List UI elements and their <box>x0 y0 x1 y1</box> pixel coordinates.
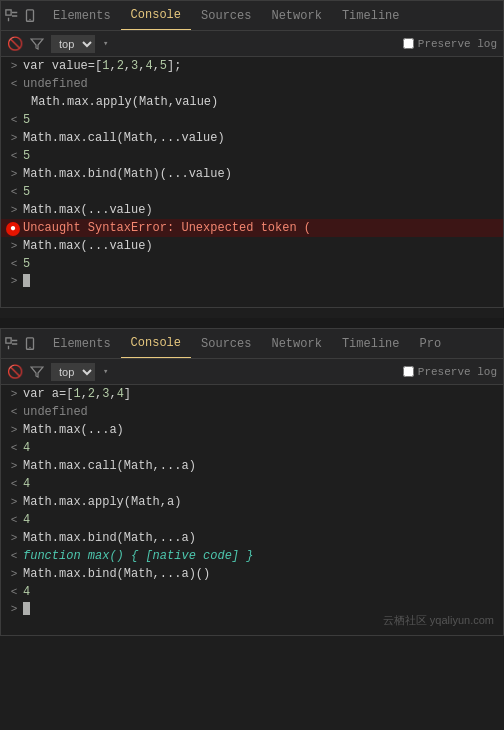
console-line: < undefined <box>1 75 503 93</box>
inspect-icon-2[interactable] <box>5 337 19 351</box>
console-line: > var value=[1,2,3,4,5]; <box>1 57 503 75</box>
watermark: 云栖社区 yqaliyun.com <box>383 613 494 628</box>
devtools-panel-2: Elements Console Sources Network Timelin… <box>0 328 504 636</box>
svg-rect-0 <box>6 9 11 14</box>
line-prefix: < <box>5 476 23 492</box>
line-prefix: > <box>5 386 23 402</box>
line-content: Math.max.apply(Math,a) <box>23 494 503 510</box>
cursor-1 <box>23 274 30 287</box>
line-prefix: > <box>5 603 23 615</box>
console-line: < function max() { [native code] } <box>1 547 503 565</box>
console-line: > Math.max(...a) <box>1 421 503 439</box>
clear-icon[interactable]: 🚫 <box>7 36 23 52</box>
line-prefix: > <box>5 494 23 510</box>
console-line: < 4 <box>1 583 503 601</box>
line-content: Math.max(...a) <box>23 422 503 438</box>
console-line: < 5 <box>1 183 503 201</box>
mobile-icon[interactable] <box>23 9 37 23</box>
line-prefix: < <box>5 548 23 564</box>
filter-icon[interactable] <box>29 36 45 52</box>
console-line: > Math.max.call(Math,...value) <box>1 129 503 147</box>
console-line: > Math.max.bind(Math,...a)() <box>1 565 503 583</box>
line-prefix: > <box>5 275 23 287</box>
line-prefix: < <box>5 112 23 128</box>
line-content: 5 <box>23 256 503 272</box>
console-body-2: > var a=[1,2,3,4] < undefined > Math.max… <box>1 385 503 635</box>
filter-select-2[interactable]: top <box>51 363 95 381</box>
preserve-log-checkbox-1[interactable] <box>403 38 414 49</box>
line-prefix: > <box>5 530 23 546</box>
tab-elements-2[interactable]: Elements <box>43 329 121 359</box>
line-content: 5 <box>23 112 503 128</box>
devtools-panel-1: Elements Console Sources Network Timelin… <box>0 0 504 308</box>
tab-icons-1 <box>5 9 37 23</box>
tab-elements-1[interactable]: Elements <box>43 1 121 31</box>
line-content: Math.max.call(Math,...value) <box>23 130 503 146</box>
line-content: 4 <box>23 512 503 528</box>
svg-rect-3 <box>6 337 11 342</box>
line-content: Math.max(...value) <box>23 238 503 254</box>
line-content: 4 <box>23 584 503 600</box>
line-prefix: < <box>5 148 23 164</box>
preserve-log-checkbox-2[interactable] <box>403 366 414 377</box>
line-prefix: < <box>5 404 23 420</box>
console-line: > Math.max.bind(Math)(...value) <box>1 165 503 183</box>
line-content: 5 <box>23 148 503 164</box>
line-prefix: < <box>5 184 23 200</box>
tab-icons-2 <box>5 337 37 351</box>
line-content: Math.max.bind(Math,...a) <box>23 530 503 546</box>
console-line: < 4 <box>1 511 503 529</box>
tab-bar-2: Elements Console Sources Network Timelin… <box>1 329 503 359</box>
console-line: < undefined <box>1 403 503 421</box>
console-body-1: > var value=[1,2,3,4,5]; < undefined Mat… <box>1 57 503 307</box>
preserve-log-label-2: Preserve log <box>418 366 497 378</box>
line-content: Math.max.apply(Math,value) <box>31 94 503 110</box>
line-content: undefined <box>23 404 503 420</box>
console-line: > Math.max(...value) <box>1 201 503 219</box>
tab-pro-2[interactable]: Pro <box>409 329 451 359</box>
console-line: Math.max.apply(Math,value) <box>1 93 503 111</box>
error-icon-prefix: ● <box>5 220 23 236</box>
line-content: Math.max.bind(Math)(...value) <box>23 166 503 182</box>
console-line: < 5 <box>1 111 503 129</box>
tab-sources-1[interactable]: Sources <box>191 1 261 31</box>
inspect-icon[interactable] <box>5 9 19 23</box>
console-line: > Math.max.call(Math,...a) <box>1 457 503 475</box>
console-line: < 4 <box>1 475 503 493</box>
line-content: 5 <box>23 184 503 200</box>
error-line: ● Uncaught SyntaxError: Unexpected token… <box>1 219 503 237</box>
console-line: < 4 <box>1 439 503 457</box>
tab-console-2[interactable]: Console <box>121 329 191 359</box>
line-prefix: > <box>5 566 23 582</box>
filter-icon-2[interactable] <box>29 364 45 380</box>
filter-select-1[interactable]: top <box>51 35 95 53</box>
line-prefix: < <box>5 584 23 600</box>
console-line: > Math.max.apply(Math,a) <box>1 493 503 511</box>
preserve-log-label-1: Preserve log <box>418 38 497 50</box>
tab-network-1[interactable]: Network <box>261 1 331 31</box>
clear-icon-2[interactable]: 🚫 <box>7 364 23 380</box>
mobile-icon-2[interactable] <box>23 337 37 351</box>
cursor-2 <box>23 602 30 615</box>
toolbar-2: 🚫 top ▾ Preserve log <box>1 359 503 385</box>
error-content: Uncaught SyntaxError: Unexpected token ( <box>23 220 503 236</box>
tab-sources-2[interactable]: Sources <box>191 329 261 359</box>
line-prefix: > <box>5 238 23 254</box>
line-content: Math.max(...value) <box>23 202 503 218</box>
line-prefix: > <box>5 422 23 438</box>
console-line: < 5 <box>1 147 503 165</box>
preserve-log-section-1: Preserve log <box>403 38 497 50</box>
line-content: var value=[1,2,3,4,5]; <box>23 58 503 74</box>
console-line: > Math.max(...value) <box>1 237 503 255</box>
line-content: var a=[1,2,3,4] <box>23 386 503 402</box>
line-prefix: > <box>5 58 23 74</box>
tab-console-1[interactable]: Console <box>121 1 191 31</box>
tab-timeline-2[interactable]: Timeline <box>332 329 410 359</box>
svg-point-2 <box>29 18 30 19</box>
line-content: 4 <box>23 476 503 492</box>
tab-network-2[interactable]: Network <box>261 329 331 359</box>
tab-timeline-1[interactable]: Timeline <box>332 1 410 31</box>
line-prefix: < <box>5 440 23 456</box>
tab-bar-1: Elements Console Sources Network Timelin… <box>1 1 503 31</box>
line-content: Math.max.call(Math,...a) <box>23 458 503 474</box>
